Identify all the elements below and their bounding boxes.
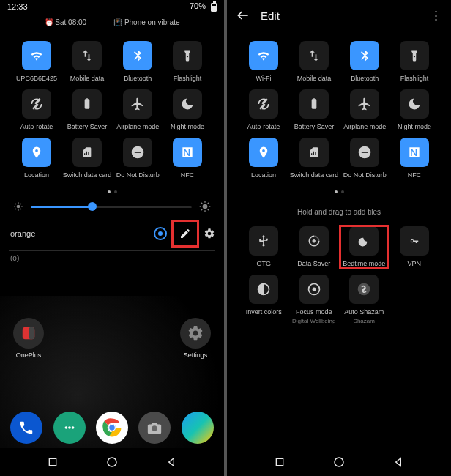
flashlight-icon[interactable]: [173, 41, 202, 70]
tile-label: Mobile data: [297, 75, 332, 82]
tile-night-mode[interactable]: Night mode: [391, 89, 438, 130]
dock-gallery[interactable]: [182, 412, 214, 444]
tile-auto-rotate[interactable]: Auto-rotate: [240, 89, 287, 130]
app-settings[interactable]: Settings: [180, 318, 211, 359]
dock-messages[interactable]: [53, 412, 86, 444]
page-indicator: [227, 183, 451, 198]
plane-icon[interactable]: [123, 89, 152, 119]
location-icon[interactable]: [22, 138, 51, 167]
wifi-icon[interactable]: [22, 41, 51, 70]
tile-label: OTG: [257, 260, 272, 267]
dock-camera[interactable]: [138, 412, 171, 444]
swap-icon[interactable]: [299, 41, 329, 70]
edit-tiles-button[interactable]: [173, 221, 198, 246]
tile-auto-rotate[interactable]: Auto-rotate: [13, 89, 60, 130]
usb-icon[interactable]: [249, 226, 278, 256]
tile-label: Switch data card: [63, 171, 112, 179]
bluetooth-icon[interactable]: [123, 41, 152, 70]
tile-label: Auto Shazam: [344, 308, 384, 316]
tile-bluetooth[interactable]: Bluetooth: [114, 41, 161, 82]
tile-nfc[interactable]: NFC: [391, 138, 438, 179]
ringer-info[interactable]: 📳 Phone on vibrate: [113, 18, 179, 26]
tile-wifi[interactable]: Wi-Fi: [240, 41, 287, 82]
brightness-slider[interactable]: [31, 206, 192, 208]
tile-night-mode[interactable]: Night mode: [164, 89, 211, 130]
tile-bedtime[interactable]: Bedtime mode: [340, 226, 388, 267]
moon-icon[interactable]: [400, 89, 429, 119]
alarm-icon: ⏰: [45, 18, 53, 26]
nav-home[interactable]: [332, 455, 346, 469]
tile-shazam[interactable]: Auto ShazamShazam: [340, 275, 388, 324]
bedtime-icon[interactable]: [349, 226, 379, 256]
battery-icon[interactable]: [72, 89, 102, 119]
dnd-icon[interactable]: [350, 138, 379, 167]
settings-button[interactable]: [204, 228, 215, 239]
battery-icon[interactable]: [299, 89, 329, 119]
tile-label: Wi-Fi: [256, 75, 271, 82]
tile-label: Airplane mode: [343, 123, 386, 130]
tile-focus[interactable]: Focus modeDigital Wellbeing: [291, 275, 338, 324]
app-oneplus[interactable]: OnePlus: [13, 318, 44, 359]
focus-icon[interactable]: [299, 275, 329, 304]
header-divider: [100, 17, 100, 27]
tile-dnd[interactable]: Do Not Disturb: [114, 138, 161, 179]
swap-icon[interactable]: [72, 41, 102, 70]
tile-battery-saver[interactable]: Battery Saver: [63, 89, 112, 130]
tile-mobile-data[interactable]: Mobile data: [63, 41, 112, 82]
tile-airplane[interactable]: Airplane mode: [341, 89, 388, 130]
tile-airplane[interactable]: Airplane mode: [114, 89, 161, 130]
bluetooth-icon[interactable]: [350, 41, 379, 70]
nav-back[interactable]: [392, 456, 404, 468]
sim-icon[interactable]: [299, 138, 329, 167]
tile-wifi[interactable]: UPC6B6E425: [13, 41, 60, 82]
key-icon[interactable]: [400, 226, 429, 256]
tile-label: Do Not Disturb: [343, 171, 387, 179]
rotate-icon[interactable]: [22, 89, 51, 119]
qs-tiles-grid: Wi-FiMobile dataBluetoothFlashlightAuto-…: [227, 31, 451, 183]
user-switch-icon[interactable]: [154, 227, 167, 240]
dock-phone[interactable]: [10, 412, 42, 444]
tile-battery-saver[interactable]: Battery Saver: [290, 89, 339, 130]
tile-flashlight[interactable]: Flashlight: [164, 41, 211, 82]
nfc-icon[interactable]: [400, 138, 429, 167]
rotate-icon[interactable]: [249, 89, 278, 119]
tile-location[interactable]: Location: [13, 138, 60, 179]
tile-switch-data[interactable]: Switch data card: [290, 138, 339, 179]
tile-label: Airplane mode: [116, 123, 159, 130]
flashlight-icon[interactable]: [400, 41, 429, 70]
tile-nfc[interactable]: NFC: [164, 138, 211, 179]
location-icon[interactable]: [249, 138, 278, 167]
tile-flashlight[interactable]: Flashlight: [391, 41, 438, 82]
sim-icon[interactable]: [72, 138, 102, 167]
alarm-info[interactable]: ⏰ Sat 08:00: [45, 18, 87, 26]
tile-dnd[interactable]: Do Not Disturb: [341, 138, 388, 179]
tile-data-saver[interactable]: Data Saver: [291, 226, 338, 267]
nav-back[interactable]: [165, 456, 177, 468]
shazam-icon[interactable]: [349, 275, 379, 304]
page-dot: [108, 190, 111, 193]
nav-recent[interactable]: [274, 456, 286, 468]
nav-recent[interactable]: [47, 456, 59, 468]
dnd-icon[interactable]: [123, 138, 152, 167]
overflow-menu[interactable]: ⋮: [430, 9, 442, 22]
svg-point-28: [152, 425, 157, 431]
wifi-icon[interactable]: [249, 41, 278, 70]
datasaver-icon[interactable]: [299, 226, 329, 256]
nav-home[interactable]: [105, 455, 119, 469]
tile-otg[interactable]: OTG: [240, 226, 288, 267]
plane-icon[interactable]: [350, 89, 379, 119]
tile-mobile-data[interactable]: Mobile data: [290, 41, 339, 82]
tile-label: Focus mode: [296, 308, 332, 316]
navigation-bar: [0, 448, 224, 476]
invert-icon[interactable]: [249, 275, 278, 304]
tile-label: Location: [24, 171, 49, 179]
tile-vpn[interactable]: VPN: [391, 226, 439, 267]
dock-chrome[interactable]: [96, 412, 128, 444]
nfc-icon[interactable]: [173, 138, 202, 167]
back-button[interactable]: [236, 8, 250, 23]
moon-icon[interactable]: [173, 89, 202, 119]
tile-location[interactable]: Location: [240, 138, 287, 179]
tile-bluetooth[interactable]: Bluetooth: [341, 41, 388, 82]
tile-invert[interactable]: Invert colors: [240, 275, 288, 324]
tile-switch-data[interactable]: Switch data card: [63, 138, 112, 179]
